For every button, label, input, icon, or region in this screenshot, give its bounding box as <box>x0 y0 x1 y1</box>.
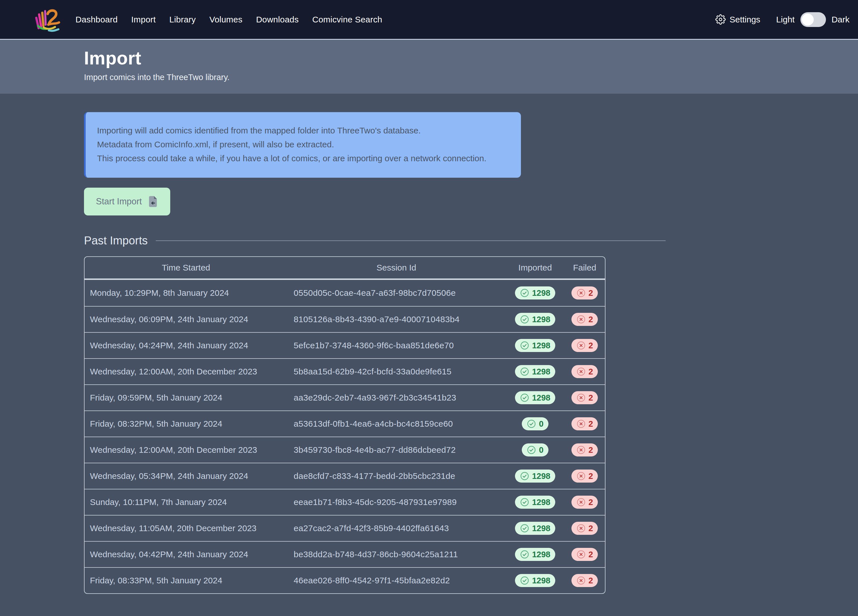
import-history-table: Time Started Session Id Imported Failed … <box>84 256 605 594</box>
x-circle-icon <box>576 288 586 298</box>
table-row: Wednesday, 04:24PM, 24th January 20245ef… <box>85 332 605 358</box>
imported-badge: 1298 <box>515 548 555 561</box>
failed-badge: 2 <box>571 496 598 509</box>
failed-count: 2 <box>589 393 593 403</box>
time-started-cell: Wednesday, 04:42PM, 24th January 2024 <box>85 541 288 567</box>
failed-cell: 2 <box>565 359 605 384</box>
start-import-button[interactable]: Start Import <box>84 188 170 215</box>
x-circle-icon <box>576 497 586 507</box>
nav-item-import[interactable]: Import <box>131 15 156 25</box>
session-id-cell: 0550d05c-0cae-4ea7-a63f-98bc7d70506e <box>288 280 505 306</box>
session-id-cell: a53613df-0fb1-4ea6-a4cb-bc4c8159ce60 <box>288 411 505 437</box>
x-circle-icon <box>576 576 586 585</box>
session-id-cell: 3b459730-fbc8-4e4b-ac77-dd86dcbeed72 <box>288 437 505 463</box>
check-circle-icon <box>527 419 536 429</box>
failed-badge: 2 <box>571 522 598 535</box>
imported-cell: 1298 <box>505 568 565 593</box>
imported-badge: 1298 <box>515 286 555 299</box>
check-circle-icon <box>520 471 530 481</box>
nav-links: Dashboard Import Library Volumes Downloa… <box>76 15 382 25</box>
time-started-cell: Friday, 08:32PM, 5th January 2024 <box>85 411 288 437</box>
failed-count: 2 <box>589 288 593 298</box>
failed-cell: 2 <box>565 437 605 463</box>
failed-badge: 2 <box>571 574 598 587</box>
imported-cell: 1298 <box>505 280 565 306</box>
failed-badge: 2 <box>571 443 598 456</box>
col-header-time-started: Time Started <box>85 257 288 278</box>
time-started-cell: Monday, 10:29PM, 8th January 2024 <box>85 280 288 306</box>
imported-count: 1298 <box>532 471 550 481</box>
info-line: Importing will add comics identified fro… <box>97 123 508 137</box>
nav-item-volumes[interactable]: Volumes <box>210 15 242 25</box>
theme-toggle[interactable] <box>800 12 826 27</box>
failed-cell: 2 <box>565 306 605 332</box>
session-id-cell: aa3e29dc-2eb7-4a93-967f-2b3c34541b23 <box>288 385 505 411</box>
time-started-cell: Wednesday, 06:09PM, 24th January 2024 <box>85 306 288 332</box>
failed-count: 2 <box>589 341 593 350</box>
session-id-cell: dae8cfd7-c833-4177-bedd-2bb5cbc231de <box>288 463 505 489</box>
table-row: Friday, 09:59PM, 5th January 2024aa3e29d… <box>85 384 605 411</box>
failed-count: 2 <box>589 498 593 507</box>
check-circle-icon <box>520 393 530 403</box>
table-row: Wednesday, 06:09PM, 24th January 2024810… <box>85 306 605 332</box>
col-header-failed: Failed <box>565 257 605 278</box>
nav-item-dashboard[interactable]: Dashboard <box>76 15 118 25</box>
time-started-cell: Friday, 08:33PM, 5th January 2024 <box>85 568 288 593</box>
settings-label: Settings <box>729 15 760 25</box>
imported-badge: 1298 <box>515 522 555 535</box>
imported-count: 1298 <box>532 550 550 559</box>
failed-cell: 2 <box>565 333 605 358</box>
check-circle-icon <box>520 576 530 585</box>
imported-count: 1298 <box>532 498 550 507</box>
nav-item-comicvine-search[interactable]: Comicvine Search <box>312 15 382 25</box>
table-row: Monday, 10:29PM, 8th January 20240550d05… <box>85 280 605 306</box>
imported-badge: 1298 <box>515 339 555 352</box>
imported-badge: 1298 <box>515 574 555 587</box>
session-id-cell: 8105126a-8b43-4390-a7e9-4000710483b4 <box>288 306 505 332</box>
imported-cell: 0 <box>505 437 565 463</box>
start-import-label: Start Import <box>96 196 142 207</box>
failed-badge: 2 <box>571 391 598 404</box>
failed-cell: 2 <box>565 541 605 567</box>
imported-count: 1298 <box>532 576 550 585</box>
threetwo-logo-icon[interactable] <box>33 6 61 33</box>
page-title: Import <box>84 48 858 69</box>
failed-count: 2 <box>589 315 593 324</box>
gear-icon <box>715 14 726 25</box>
session-id-cell: ea27cac2-a7fd-42f3-85b9-4402ffa61643 <box>288 515 505 541</box>
nav-item-library[interactable]: Library <box>169 15 196 25</box>
theme-switcher: Light Dark <box>776 12 850 27</box>
failed-cell: 2 <box>565 568 605 593</box>
failed-cell: 2 <box>565 411 605 437</box>
imported-badge: 1298 <box>515 313 555 326</box>
imported-badge: 0 <box>522 443 548 456</box>
settings-button[interactable]: Settings <box>715 14 760 25</box>
page-header: Import Import comics into the ThreeTwo l… <box>0 40 858 94</box>
table-row: Wednesday, 05:34PM, 24th January 2024dae… <box>85 463 605 489</box>
check-circle-icon <box>520 314 530 324</box>
check-circle-icon <box>520 341 530 350</box>
failed-count: 2 <box>589 471 593 481</box>
table-row: Sunday, 10:11PM, 7th January 2024eeae1b7… <box>85 489 605 515</box>
failed-badge: 2 <box>571 286 598 299</box>
x-circle-icon <box>576 341 586 350</box>
session-id-cell: 46eae026-8ff0-4542-97f1-45bfaa2e82d2 <box>288 568 505 593</box>
imported-cell: 1298 <box>505 515 565 541</box>
imported-badge: 1298 <box>515 391 555 404</box>
x-circle-icon <box>576 445 586 455</box>
failed-cell: 2 <box>565 385 605 411</box>
nav-item-downloads[interactable]: Downloads <box>256 15 298 25</box>
check-circle-icon <box>520 288 530 298</box>
imported-count: 1298 <box>532 367 550 376</box>
imported-count: 1298 <box>532 341 550 350</box>
imported-cell: 1298 <box>505 359 565 384</box>
check-circle-icon <box>520 497 530 507</box>
table-row: Friday, 08:33PM, 5th January 202446eae02… <box>85 567 605 593</box>
failed-cell: 2 <box>565 280 605 306</box>
failed-badge: 2 <box>571 548 598 561</box>
main-content: Importing will add comics identified fro… <box>0 94 858 594</box>
imported-badge: 0 <box>522 417 548 430</box>
failed-badge: 2 <box>571 313 598 326</box>
import-info-box: Importing will add comics identified fro… <box>84 112 521 178</box>
theme-dark-label: Dark <box>832 15 850 25</box>
